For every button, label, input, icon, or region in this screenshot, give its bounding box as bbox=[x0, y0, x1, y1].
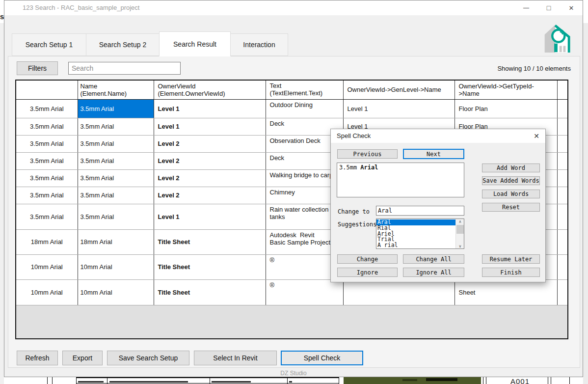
tab-search-setup-1[interactable]: Search Setup 1 bbox=[12, 33, 86, 56]
screen: s A001 123 Search - RAC_b bbox=[0, 0, 588, 384]
cell-name[interactable]: 3.5mm Arial bbox=[78, 187, 154, 204]
cell-ownerview[interactable]: Level 1 bbox=[154, 99, 266, 118]
scroll-up-icon[interactable]: ∧ bbox=[456, 219, 464, 224]
cell-group[interactable]: 10mm Arial bbox=[16, 279, 78, 305]
cell-ownerview[interactable]: Level 2 bbox=[154, 187, 266, 204]
header-blank[interactable] bbox=[16, 81, 78, 99]
suggestion-item[interactable]: A rial bbox=[376, 243, 455, 248]
cell-name[interactable]: 3.5mm Arial bbox=[78, 169, 154, 187]
table-row: 3.5mm Arial 3.5mm Arial Level 1 Outdoor … bbox=[16, 99, 567, 118]
cell-genlevel[interactable]: Level 1 bbox=[343, 99, 454, 118]
tab-search-result[interactable]: Search Result bbox=[159, 31, 231, 56]
cell-group[interactable]: 3.5mm Arial bbox=[16, 169, 78, 187]
add-word-button[interactable]: Add Word bbox=[482, 164, 540, 172]
dialog-title-bar[interactable]: Spell Check ✕ bbox=[331, 129, 545, 143]
cell-ownerview[interactable]: Level 1 bbox=[154, 118, 266, 135]
cell-name[interactable]: 10mm Arial bbox=[78, 254, 154, 279]
cell-name[interactable]: 3.5mm Arial bbox=[78, 135, 154, 152]
cell-text[interactable]: Outdoor Dining bbox=[266, 99, 343, 118]
cell-group[interactable]: 3.5mm Arial bbox=[16, 152, 78, 169]
cell-group[interactable]: 3.5mm Arial bbox=[16, 135, 78, 152]
cell-typename[interactable]: Sheet bbox=[454, 279, 557, 305]
cell-ownerview[interactable]: Title Sheet bbox=[154, 254, 266, 279]
cell-group[interactable]: 18mm Arial bbox=[16, 229, 78, 254]
tab-bar: Search Setup 1 Search Setup 2 Search Res… bbox=[12, 31, 288, 56]
window-controls: — □ ✕ bbox=[515, 0, 583, 15]
close-button[interactable]: ✕ bbox=[560, 0, 583, 15]
refresh-button[interactable]: Refresh bbox=[17, 351, 58, 365]
rendered-view-fragment bbox=[344, 377, 481, 384]
cell-ownerview[interactable]: Level 2 bbox=[154, 169, 266, 187]
next-button[interactable]: Next bbox=[403, 149, 464, 159]
table-row: 10mm Arial 10mm Arial Title Sheet ® Shee… bbox=[16, 279, 567, 305]
header-gettypeid[interactable]: OwnerViewId->GetTypeId->Name bbox=[454, 81, 557, 99]
tab-interaction[interactable]: Interaction bbox=[230, 33, 288, 56]
change-all-button[interactable]: Change All bbox=[403, 254, 464, 264]
resume-later-button[interactable]: Resume Later bbox=[482, 254, 540, 264]
misspelled-word: Arial bbox=[360, 164, 378, 171]
cell-name[interactable]: 3.5mm Arial bbox=[78, 152, 154, 169]
reset-button[interactable]: Reset bbox=[482, 203, 540, 212]
tab-search-setup-2[interactable]: Search Setup 2 bbox=[86, 33, 160, 56]
cell-name[interactable]: 3.5mm Arial bbox=[78, 118, 154, 135]
sheet-number: A001 bbox=[510, 377, 530, 384]
header-text[interactable]: Text (TextElement.Text) bbox=[266, 81, 343, 99]
cell-ownerview[interactable]: Title Sheet bbox=[154, 229, 266, 254]
finish-button[interactable]: Finish bbox=[482, 268, 540, 277]
cell-name[interactable]: 18mm Arial bbox=[78, 229, 154, 254]
suggestions-label: Suggestions bbox=[338, 221, 376, 228]
app-logo-house-search-icon bbox=[538, 22, 574, 54]
export-button[interactable]: Export bbox=[62, 351, 103, 365]
title-bar[interactable]: 123 Search - RAC_basic_sample_project — … bbox=[4, 0, 583, 15]
spell-check-dialog: Spell Check ✕ Previous Next 3.5mm Arial … bbox=[330, 129, 546, 282]
cell-group[interactable]: 10mm Arial bbox=[16, 254, 78, 279]
table-header-row: Name (Element.Name) OwnerViewId (Element… bbox=[16, 81, 567, 99]
cell-ownerview[interactable]: Level 1 bbox=[154, 204, 266, 229]
suggestions-listbox: Aral Rial Ariel Trial A rial ∧ ∨ bbox=[376, 219, 464, 249]
scroll-down-icon[interactable]: ∨ bbox=[456, 244, 464, 248]
cell-name[interactable]: 10mm Arial bbox=[78, 279, 154, 305]
change-button[interactable]: Change bbox=[337, 254, 398, 264]
header-name[interactable]: Name (Element.Name) bbox=[78, 81, 154, 99]
maximize-button[interactable]: □ bbox=[537, 0, 560, 15]
header-ownerviewid[interactable]: OwnerViewId (Element.OwnerViewId) bbox=[154, 81, 266, 99]
cell-genlevel[interactable] bbox=[343, 279, 454, 305]
cell-name[interactable]: 3.5mm Arial bbox=[78, 204, 154, 229]
cell-name-selected[interactable]: 3.5mm Arial bbox=[78, 99, 154, 118]
cell-group[interactable]: 3.5mm Arial bbox=[16, 187, 78, 204]
cell-text[interactable]: ® bbox=[266, 279, 343, 305]
listbox-scrollbar[interactable]: ∧ ∨ bbox=[455, 219, 464, 248]
credit-label: DZ Studio bbox=[4, 370, 583, 377]
ignore-all-button[interactable]: Ignore All bbox=[403, 268, 464, 277]
scrollbar-thumb[interactable] bbox=[456, 225, 464, 234]
cell-ownerview[interactable]: Level 2 bbox=[154, 135, 266, 152]
change-to-input[interactable] bbox=[376, 206, 464, 216]
change-to-label: Change to bbox=[338, 208, 370, 215]
ignore-button[interactable]: Ignore bbox=[337, 268, 398, 277]
showing-count-label: Showing 10 / 10 elements bbox=[497, 65, 571, 72]
current-text-box[interactable]: 3.5mm Arial bbox=[337, 163, 464, 197]
spell-check-button[interactable]: Spell Check bbox=[281, 351, 363, 365]
background-revit-sheet-strip: A001 bbox=[4, 377, 583, 384]
cell-ownerview[interactable]: Level 2 bbox=[154, 152, 266, 169]
cell-ownerview[interactable]: Title Sheet bbox=[154, 279, 266, 305]
previous-button[interactable]: Previous bbox=[337, 149, 398, 159]
dialog-title: Spell Check bbox=[337, 129, 371, 143]
cell-group[interactable]: 3.5mm Arial bbox=[16, 204, 78, 229]
revision-schedule-fragment bbox=[76, 377, 339, 384]
minimize-button[interactable]: — bbox=[515, 0, 537, 15]
cell-group[interactable]: 3.5mm Arial bbox=[16, 118, 78, 135]
filters-button[interactable]: Filters bbox=[17, 61, 58, 75]
cell-typename[interactable]: Floor Plan bbox=[454, 99, 557, 118]
load-words-button[interactable]: Load Words bbox=[482, 190, 540, 198]
dialog-close-icon[interactable]: ✕ bbox=[534, 129, 539, 143]
select-in-revit-button[interactable]: Select In Revit bbox=[194, 351, 277, 365]
cell-group[interactable]: 3.5mm Arial bbox=[16, 99, 78, 118]
save-search-setup-button[interactable]: Save Search Setup bbox=[107, 351, 189, 365]
background-window-right-strip bbox=[583, 0, 588, 384]
background-window-left-strip: s bbox=[0, 0, 4, 384]
header-genlevel[interactable]: OwnerViewId->GenLevel->Name bbox=[343, 81, 454, 99]
window-title: 123 Search - RAC_basic_sample_project bbox=[23, 0, 139, 15]
search-input[interactable] bbox=[68, 62, 181, 75]
save-added-words-button[interactable]: Save Added Words bbox=[482, 176, 540, 185]
